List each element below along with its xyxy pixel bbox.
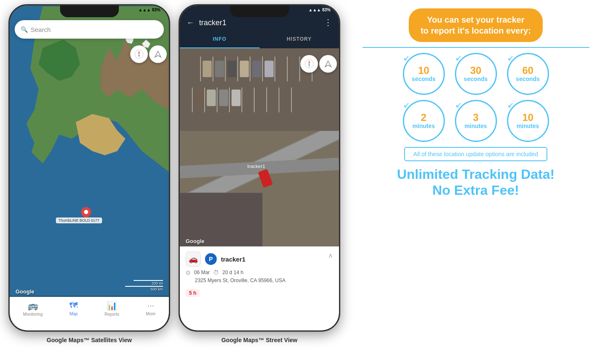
phone1-scale-bar: 200 mi 500 km [125,280,163,291]
phone1-google-watermark: Google [16,288,34,295]
interval-30sec-number: 30 [470,65,481,76]
intervals-row1: ↙ 10 seconds ↙ 30 seconds ↙ 60 seconds [403,53,549,95]
nav-reports[interactable]: 📊 Reports [105,301,119,317]
info-duration: 20 d 14 h [222,270,243,275]
arrow-10min: ↙ [507,100,514,110]
phone2-screen: tracker1 ▲▲▲ 83% ← tracker1 [180,5,339,330]
svg-rect-32 [207,89,216,106]
interval-2min: ↙ 2 minutes [403,100,445,142]
nav-monitoring[interactable]: 🚌 Monitoring [23,301,43,317]
svg-rect-26 [215,61,224,77]
phone1-screen: ThumbLINE BOLD 0177 ▲▲▲ 83% 🔍 Search [10,5,169,330]
svg-rect-25 [202,61,212,77]
aerial-map: tracker1 [180,48,339,246]
phone2-status-bar: ▲▲▲ 83% [180,8,339,12]
unlimited-line1: Unlimited Tracking Data! [397,166,554,182]
interval-3min-number: 3 [473,113,478,123]
arrow-2min: ↙ [403,100,410,110]
interval-3min: ↙ 3 minutes [455,100,497,142]
phone2-title: tracker1 [199,18,319,27]
phone2-signal: ▲▲▲ [308,8,321,12]
phone1-wrapper: ThumbLINE BOLD 0177 ▲▲▲ 83% 🔍 Search [8,4,170,343]
arrow-10sec: ↙ [403,53,410,63]
arrow-3min: ↙ [455,100,462,110]
interval-10sec-unit: seconds [412,76,436,82]
nav-more[interactable]: ··· More [146,301,155,316]
interval-60sec-number: 60 [522,65,533,76]
svg-rect-29 [252,61,261,77]
tracker-avatar: 🚗 [186,251,201,267]
info-date: 06 Mar [194,270,210,275]
phone1-nav-button[interactable] [149,45,167,63]
phone2-wrapper: tracker1 ▲▲▲ 83% ← tracker1 [179,4,340,343]
unlimited-container: Unlimited Tracking Data! No Extra Fee! [397,166,554,199]
headline-badge: You can set your tracker to report it's … [409,8,543,42]
svg-rect-27 [227,61,236,77]
interval-2min-unit: minutes [413,123,435,129]
phone2-caption: Google Maps™ Street View [221,337,297,343]
info-panel-header: 🚗 P tracker1 [186,251,333,267]
interval-10sec-number: 10 [418,65,429,76]
svg-rect-33 [219,89,229,106]
info-section: You can set your tracker to report it's … [353,4,599,203]
phone1-caption: Google Maps™ Satellites View [47,337,132,343]
phone1-status-bar: ▲▲▲ 83% [10,8,169,12]
phone2-nav-button[interactable] [319,55,337,73]
scale-label-2: 500 km [150,287,163,291]
phone2-status-right: ▲▲▲ 83% [308,8,331,12]
timer-icon: ⏱ [213,269,219,276]
interval-2min-number: 2 [421,113,426,123]
interval-10sec: ↙ 10 seconds [403,53,445,95]
interval-30sec: ↙ 30 seconds [455,53,497,95]
phone2-tab-info[interactable]: INFO [180,31,260,48]
nav-reports-label: Reports [105,312,119,317]
monitoring-icon: 🚌 [28,301,38,311]
interval-60sec: ↙ 60 seconds [507,53,549,95]
nav-map[interactable]: 🗺 Map [69,301,78,316]
interval-60sec-unit: seconds [516,76,540,82]
phones-section: ThumbLINE BOLD 0177 ▲▲▲ 83% 🔍 Search [8,4,340,343]
nav-more-label: More [146,312,155,316]
svg-rect-34 [231,89,241,106]
included-box: All of these location update options are… [404,147,547,161]
phone1-battery: 83% [152,8,160,12]
svg-rect-28 [240,61,249,77]
search-icon: 🔍 [21,26,27,33]
phone1-signal: ▲▲▲ [138,8,151,12]
phone1-compass[interactable] [130,45,148,63]
unlimited-line2: No Extra Fee! [397,182,554,198]
svg-text:tracker1: tracker1 [247,163,265,169]
phone1-search-bar[interactable]: 🔍 Search [15,20,164,39]
svg-rect-31 [194,89,204,106]
phone2-menu-button[interactable]: ⋮ [324,17,332,27]
interval-10min-unit: minutes [517,123,539,129]
phone1: ThumbLINE BOLD 0177 ▲▲▲ 83% 🔍 Search [8,4,170,332]
reports-icon: 📊 [107,301,117,311]
phone2-info-panel: ∧ 🚗 P tracker1 ⊙ 06 Mar ⏱ 20 d 14 h 2 [180,246,339,330]
nav-monitoring-label: Monitoring [23,312,43,317]
time-badge: 5 h [186,289,200,297]
phone2-tab-history[interactable]: HISTORY [260,31,339,48]
interval-3min-unit: minutes [465,123,487,129]
map-icon: 🗺 [69,301,78,310]
scale-label-1: 200 mi [152,281,163,285]
parking-badge: P [205,253,217,265]
headline-text: You can set your tracker to report it's … [420,14,531,36]
phone1-status-right: ▲▲▲ 83% [138,8,160,12]
phone2-compass[interactable] [300,55,318,73]
clock-icon: ⊙ [186,269,191,276]
info-address: 2325 Myers St, Oroville, CA 95966, USA [195,278,333,283]
info-tracker-name: tracker1 [221,256,245,263]
svg-rect-30 [265,61,274,77]
device-label-1: ThumbLINE BOLD 0177 [56,217,102,223]
phone2-back-button[interactable]: ← [187,18,194,27]
phone2-google-watermark: Google [186,238,205,244]
divider-top [363,47,589,48]
intervals-row2: ↙ 2 minutes ↙ 3 minutes ↙ 10 minutes [403,100,549,142]
phone1-bottom-bar: 🚌 Monitoring 🗺 Map 📊 Reports ··· [10,297,169,330]
main-container: ThumbLINE BOLD 0177 ▲▲▲ 83% 🔍 Search [8,4,599,343]
included-text: All of these location update options are… [413,151,538,157]
search-text: Search [31,26,51,33]
expand-arrow[interactable]: ∧ [328,251,333,259]
info-date-row: ⊙ 06 Mar ⏱ 20 d 14 h [186,269,333,276]
